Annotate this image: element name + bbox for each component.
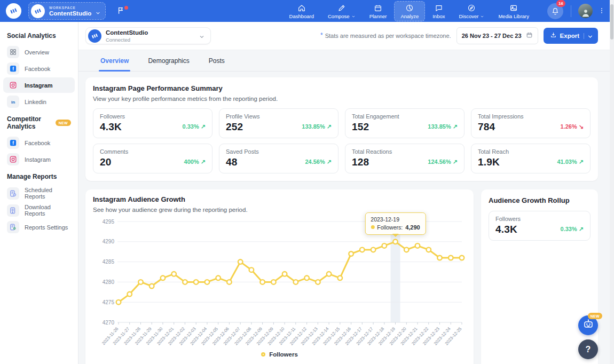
svg-text:4270: 4270 [103,320,115,326]
metric-label: Total Impressions [478,113,524,120]
workspace-selector[interactable]: WORKSPACE ContentStudio [28,2,106,20]
tab-demographics[interactable]: Demographics [140,50,197,71]
metric-card-total-reach: Total Reach1.9K41.03% ↗ [471,144,591,173]
notifications-bell-icon[interactable]: 16 [547,3,563,19]
instagram-icon [7,79,19,91]
nav-item-compose[interactable]: Compose [321,1,362,21]
svg-text:4275: 4275 [103,299,115,305]
tab-posts[interactable]: Posts [201,50,233,71]
sidebar-item-instagram[interactable]: Instagram [3,77,75,93]
help-button[interactable]: ? [578,339,598,359]
topbar: WORKSPACE ContentStudio DashboardCompose… [0,0,614,22]
ai-assistant-button[interactable]: NEW [578,315,598,335]
grid-icon [7,46,19,58]
nav-item-media-library[interactable]: Media Library [492,1,536,21]
nav-item-planner[interactable]: Planner [363,1,393,21]
sidebar-section-manage-reports: Manage Reports [0,168,78,184]
metric-label: Comments [100,148,128,155]
summary-title: Instagram Page Performance Summary [93,84,591,92]
workspace-name: ContentStudio [49,10,91,17]
metric-delta: 41.03% ↗ [557,159,584,165]
svg-text:in: in [11,100,15,105]
announcements-flag-icon[interactable] [116,6,127,17]
metric-value: 784 [478,121,524,133]
svg-text:f: f [12,66,14,72]
sidebar-item-overview[interactable]: Overview [3,44,75,60]
tab-overview[interactable]: Overview [92,50,137,71]
audience-growth-chart[interactable]: 4295429042854280427542702023-11-262023-1… [93,217,466,351]
nav-item-inbox[interactable]: Inbox [426,1,451,21]
metric-value: 252 [226,121,259,133]
new-badge: NEW [588,313,602,319]
compass-icon [467,4,476,12]
notification-count-badge: 16 [556,0,565,7]
sidebar-item-scheduled-reports[interactable]: Scheduled Reports [3,185,75,201]
summary-subtitle: View your key profile performance metric… [93,96,591,102]
chevron-down-icon [480,14,484,18]
sidebar-section-competitor-analytics: Competitor AnalyticsNEW [0,110,78,134]
content: Instagram Page Performance Summary View … [78,72,610,364]
asterisk-icon: * [320,32,323,38]
svg-text:4295: 4295 [103,219,115,225]
svg-text:4280: 4280 [103,279,115,285]
home-icon [297,4,306,12]
account-avatar [88,29,101,43]
sidebar-item-linkedin[interactable]: inLinkedin [3,94,75,109]
sidebar-item-facebook[interactable]: fFacebook [3,61,75,76]
metric-card-followers: Followers4.3K0.33% ↗ [489,211,591,241]
sidebar-item-reports-settings[interactable]: Reports Settings [3,219,75,235]
metric-delta: 133.85% ↗ [302,123,332,130]
metric-value: 152 [352,121,399,133]
scrollbar-track[interactable] [610,0,614,364]
growth-title: Instagram Audience Growth [93,195,466,203]
contentstudio-logo-icon[interactable] [6,3,21,19]
chart-legend[interactable]: Followers [93,351,466,358]
metric-delta: 400% ↗ [184,159,206,165]
date-range-picker[interactable]: 26 Nov 23 - 27 Dec 23 [456,27,538,44]
metric-card-followers: Followers4.3K0.33% ↗ [93,108,212,138]
pencil-icon [337,4,346,12]
series-dot-icon [371,225,374,229]
sidebar-item-instagram[interactable]: Instagram [3,152,75,167]
sidebar-item-download-reports[interactable]: Download Reports [3,202,75,218]
robot-icon [582,318,595,333]
metric-card-total-engagement: Total Engagement152133.85% ↗ [345,108,465,138]
legend-marker-icon [261,352,265,357]
notification-dot [124,6,128,10]
audience-growth-card: Instagram Audience Growth See how your a… [85,189,474,364]
chart-tooltip: 2023-12-19 Followers: 4,290 [365,212,426,235]
metric-label: Followers [495,216,521,222]
metric-label: Saved Posts [226,148,259,155]
metric-value: 20 [100,156,128,168]
download-icon [550,31,557,40]
user-avatar[interactable] [578,4,593,18]
metric-value: 48 [226,156,259,168]
metric-value: 4.3K [495,224,521,235]
instagram-icon [7,153,19,165]
rollup-metric-grid: Followers4.3K0.33% ↗ [489,211,591,241]
metric-card-saved-posts: Saved Posts4824.56% ↗ [219,144,339,173]
app-window: WORKSPACE ContentStudio DashboardCompose… [0,0,614,364]
chevron-down-icon [199,33,205,39]
nav-item-analyze[interactable]: Analyze [394,1,425,21]
svg-text:4290: 4290 [103,239,115,244]
metric-label: Total Engagement [352,113,399,120]
nav-item-dashboard[interactable]: Dashboard [283,1,320,21]
chevron-down-icon [584,33,593,39]
account-name: ContentStudio [106,29,148,36]
account-selector[interactable]: ContentStudio Connected [85,27,211,44]
analyze-icon [405,4,414,12]
tabs-bar: OverviewDemographicsPosts [78,50,610,72]
date-range-value: 26 Nov 23 - 27 Dec 23 [462,33,522,39]
calendar-icon [374,4,382,12]
tooltip-date: 2023-12-19 [371,216,420,223]
nav-item-discover[interactable]: Discover [452,1,491,21]
performance-summary-card: Instagram Page Performance Summary View … [85,77,598,181]
topbar-nav: DashboardComposePlannerAnalyzeInboxDisco… [283,1,536,21]
scrollbar-thumb[interactable] [610,4,613,39]
sidebar-item-facebook[interactable]: fFacebook [3,135,75,151]
more-options-icon[interactable] [598,6,605,17]
calendar-icon [526,31,533,41]
export-button[interactable]: Export [544,28,598,44]
metric-card-profile-views: Profile Views252133.85% ↗ [219,108,339,138]
